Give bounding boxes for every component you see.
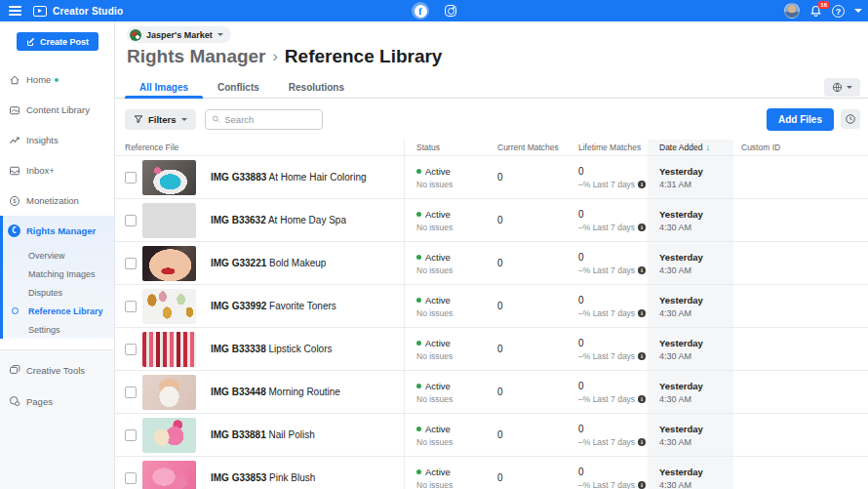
info-icon[interactable]: i	[638, 481, 646, 489]
sidebar: Create Post Home Content Library I	[0, 21, 115, 489]
custom-id-cell	[733, 285, 868, 327]
row-select-checkbox[interactable]	[125, 172, 137, 183]
row-thumbnail	[142, 246, 196, 281]
sidebar-item-monetization[interactable]: $ Monetization	[0, 185, 114, 216]
home-status-dot	[55, 78, 59, 82]
info-icon[interactable]: i	[638, 395, 646, 403]
row-select-checkbox[interactable]	[125, 387, 137, 398]
row-select-checkbox[interactable]	[125, 301, 137, 312]
account-caret-icon	[217, 33, 223, 36]
row-select-checkbox[interactable]	[125, 215, 137, 226]
sidebar-subitem-matching-images[interactable]: Matching Images	[3, 265, 114, 283]
column-header-date-added[interactable]: Date Added ↓	[648, 140, 733, 155]
reference-file-name[interactable]: IMG G33992 Favorite Toners	[211, 301, 336, 311]
info-icon[interactable]: i	[638, 352, 646, 360]
active-status-icon	[416, 212, 421, 217]
creative-tools-icon	[8, 364, 20, 377]
date-added-cell: Yesterday 4:30 AM	[648, 457, 733, 489]
active-status-icon	[416, 384, 421, 388]
table-row[interactable]: IMG G33853 Pink Blush Active No issues 0…	[115, 456, 868, 489]
account-switcher[interactable]: Jasper's Market	[127, 26, 231, 43]
reference-file-name[interactable]: IMG B33448 Morning Routine	[211, 387, 340, 397]
table-row[interactable]: IMG G33992 Favorite Toners Active No iss…	[115, 284, 868, 327]
filters-button[interactable]: Filters	[125, 109, 196, 130]
sidebar-item-rights-manager[interactable]: C Rights Manager	[3, 216, 114, 246]
market-selector-button[interactable]	[824, 78, 860, 97]
custom-id-cell	[733, 242, 868, 284]
current-matches-cell: 0	[486, 371, 567, 413]
row-select-checkbox[interactable]	[125, 258, 137, 269]
current-matches-cell: 0	[486, 156, 567, 198]
add-files-button[interactable]: Add Files	[767, 108, 834, 131]
sidebar-subitem-overview[interactable]: Overview	[3, 246, 114, 265]
current-matches-cell: 0	[486, 199, 567, 241]
lifetime-matches-cell: 0 –% Last 7 daysi	[567, 457, 648, 489]
column-header-lifetime-matches[interactable]: Lifetime Matches	[567, 140, 648, 155]
account-menu-caret-icon[interactable]	[854, 9, 862, 13]
market-caret-icon	[847, 86, 852, 89]
sidebar-subitem-reference-library[interactable]: Reference Library	[3, 302, 114, 320]
info-icon[interactable]: i	[638, 438, 646, 446]
active-status-icon	[416, 298, 421, 303]
table-row[interactable]: IMG B33338 Lipstick Colors Active No iss…	[115, 327, 868, 370]
sidebar-subitem-disputes[interactable]: Disputes	[3, 283, 114, 302]
reference-file-name[interactable]: IMG G33853 Pink Blush	[211, 472, 315, 483]
sidebar-item-pages[interactable]: Pages	[0, 386, 114, 417]
lifetime-matches-cell: 0 –% Last 7 daysi	[567, 242, 648, 284]
create-post-button[interactable]: Create Post	[17, 32, 99, 51]
row-thumbnail	[142, 289, 196, 324]
creator-studio-app: Creator Studio f 16 ?	[0, 0, 868, 489]
current-matches-cell: 0	[486, 328, 567, 370]
sidebar-item-insights[interactable]: Insights	[0, 125, 114, 155]
row-thumbnail	[142, 160, 196, 195]
page-title: Reference Library	[285, 46, 443, 67]
reference-file-name[interactable]: IMG G33221 Bold Makeup	[211, 258, 326, 268]
tab-resolutions[interactable]: Resolutions	[274, 76, 359, 98]
table-row[interactable]: IMG B33881 Nail Polish Active No issues …	[115, 413, 868, 456]
sidebar-item-content-library[interactable]: Content Library	[0, 95, 114, 125]
lifetime-matches-cell: 0 –% Last 7 daysi	[567, 285, 648, 327]
active-status-icon	[416, 341, 421, 346]
info-icon[interactable]: i	[638, 309, 646, 317]
sidebar-subitem-settings[interactable]: Settings	[3, 320, 114, 339]
globe-icon	[832, 82, 843, 93]
tab-conflicts[interactable]: Conflicts	[203, 76, 274, 98]
sidebar-item-inbox[interactable]: Inbox+	[0, 155, 114, 185]
sidebar-item-home[interactable]: Home	[0, 64, 114, 95]
column-header-custom-id[interactable]: Custom ID	[733, 140, 868, 155]
column-header-reference-file[interactable]: Reference File	[115, 140, 405, 155]
sidebar-nav: Home Content Library Insights Inbox+	[0, 64, 114, 339]
facebook-platform-icon[interactable]: f	[412, 2, 429, 20]
table-row[interactable]: IMG B33448 Morning Routine Active No iss…	[115, 370, 868, 413]
instagram-platform-icon[interactable]	[445, 5, 456, 17]
table-row[interactable]: IMG B33632 At Home Day Spa Active No iss…	[115, 198, 868, 241]
column-header-status[interactable]: Status	[405, 140, 486, 155]
help-button[interactable]: ?	[832, 5, 845, 18]
current-matches-cell: 0	[486, 242, 567, 284]
reference-file-name[interactable]: IMG G33883 At Home Hair Coloring	[211, 172, 367, 183]
user-avatar[interactable]	[784, 3, 800, 19]
info-icon[interactable]: i	[638, 224, 646, 231]
reference-file-name[interactable]: IMG B33632 At Home Day Spa	[211, 215, 346, 225]
inbox-icon	[8, 164, 20, 177]
custom-id-cell	[733, 156, 868, 198]
account-avatar	[130, 29, 141, 41]
status-cell: Active No issues	[405, 242, 486, 284]
sidebar-item-creative-tools[interactable]: Creative Tools	[0, 354, 114, 386]
row-select-checkbox[interactable]	[125, 472, 137, 484]
menu-icon[interactable]	[0, 0, 29, 21]
history-button[interactable]	[841, 109, 860, 129]
notifications-button[interactable]: 16	[809, 5, 822, 18]
table-row[interactable]: IMG G33221 Bold Makeup Active No issues …	[115, 241, 868, 284]
breadcrumb-parent[interactable]: Rights Manager	[127, 46, 266, 67]
table-row[interactable]: IMG G33883 At Home Hair Coloring Active …	[115, 155, 868, 198]
row-select-checkbox[interactable]	[125, 429, 137, 441]
info-icon[interactable]: i	[638, 181, 646, 188]
tab-all-images[interactable]: All Images	[125, 76, 203, 98]
row-select-checkbox[interactable]	[125, 344, 137, 355]
search-input[interactable]	[224, 114, 315, 125]
reference-file-name[interactable]: IMG B33881 Nail Polish	[211, 429, 315, 440]
info-icon[interactable]: i	[638, 266, 646, 274]
reference-file-name[interactable]: IMG B33338 Lipstick Colors	[211, 344, 333, 354]
column-header-current-matches[interactable]: Current Matches	[486, 140, 567, 155]
